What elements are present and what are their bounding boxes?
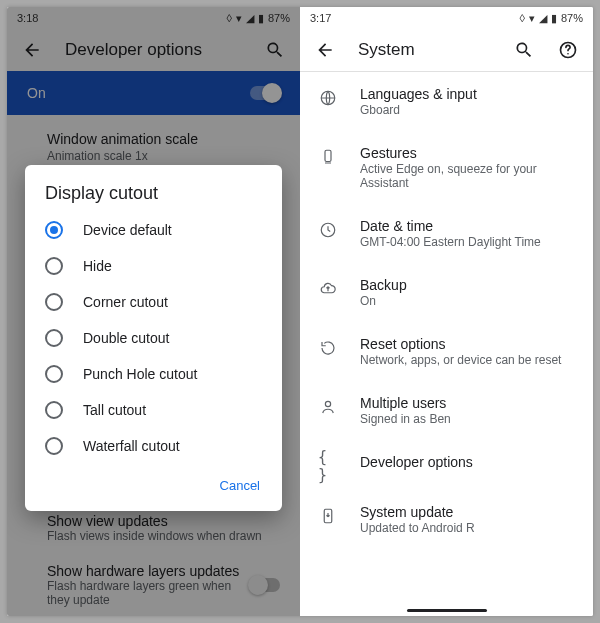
status-bar: 3:17 ◊ ▾ ◢ ▮ 87% (300, 7, 593, 29)
help-icon (558, 40, 578, 60)
item-title: Backup (360, 277, 575, 293)
search-icon (514, 40, 534, 60)
item-body: BackupOn (360, 277, 575, 308)
item-title: Languages & input (360, 86, 575, 102)
system-update-icon (318, 506, 338, 526)
app-bar: System (300, 29, 593, 71)
radio-icon (45, 329, 63, 347)
radio-label: Waterfall cutout (83, 438, 180, 454)
settings-item[interactable]: GesturesActive Edge on, squeeze for your… (300, 131, 593, 204)
svg-rect-3 (325, 150, 331, 161)
radio-option[interactable]: Hide (25, 248, 282, 284)
item-title: Reset options (360, 336, 575, 352)
person-icon (318, 397, 338, 417)
radio-icon (45, 221, 63, 239)
right-screenshot: 3:17 ◊ ▾ ◢ ▮ 87% System Languages & i (300, 7, 593, 616)
item-title: System update (360, 504, 575, 520)
gesture-nav-bar[interactable] (407, 609, 487, 612)
item-body: GesturesActive Edge on, squeeze for your… (360, 145, 575, 190)
item-title: Multiple users (360, 395, 575, 411)
radio-label: Hide (83, 258, 112, 274)
item-body: Reset optionsNetwork, apps, or device ca… (360, 336, 575, 367)
status-icons: ◊ ▾ ◢ ▮ 87% (520, 13, 583, 24)
dialog-title: Display cutout (25, 183, 282, 212)
radio-icon (45, 401, 63, 419)
item-subtitle: Network, apps, or device can be reset (360, 353, 575, 367)
radio-icon (45, 437, 63, 455)
braces-icon: { } (318, 456, 338, 476)
radio-option[interactable]: Device default (25, 212, 282, 248)
item-body: Date & timeGMT-04:00 Eastern Daylight Ti… (360, 218, 575, 249)
radio-option[interactable]: Corner cutout (25, 284, 282, 320)
radio-option[interactable]: Tall cutout (25, 392, 282, 428)
svg-point-1 (567, 53, 569, 55)
item-body: Multiple usersSigned in as Ben (360, 395, 575, 426)
radio-icon (45, 257, 63, 275)
radio-label: Double cutout (83, 330, 169, 346)
settings-item[interactable]: Multiple usersSigned in as Ben (300, 381, 593, 440)
item-subtitle: GMT-04:00 Eastern Daylight Time (360, 235, 575, 249)
radio-label: Punch Hole cutout (83, 366, 197, 382)
radio-label: Tall cutout (83, 402, 146, 418)
clock-icon (318, 220, 338, 240)
reset-icon (318, 338, 338, 358)
system-settings-list: Languages & inputGboardGesturesActive Ed… (300, 72, 593, 549)
settings-item[interactable]: Date & timeGMT-04:00 Eastern Daylight Ti… (300, 204, 593, 263)
battery-icon: ▮ (551, 13, 557, 24)
radio-option[interactable]: Waterfall cutout (25, 428, 282, 464)
item-title: Developer options (360, 454, 575, 470)
settings-item[interactable]: Languages & inputGboard (300, 72, 593, 131)
radio-option[interactable]: Double cutout (25, 320, 282, 356)
item-body: Developer options (360, 454, 575, 470)
radio-label: Corner cutout (83, 294, 168, 310)
back-button[interactable] (314, 39, 336, 61)
item-subtitle: Updated to Android R (360, 521, 575, 535)
search-button[interactable] (513, 39, 535, 61)
radio-option[interactable]: Punch Hole cutout (25, 356, 282, 392)
cloud-upload-icon (318, 279, 338, 299)
help-button[interactable] (557, 39, 579, 61)
radio-icon (45, 365, 63, 383)
page-title: System (358, 40, 491, 60)
svg-point-5 (325, 401, 330, 406)
radio-label: Device default (83, 222, 172, 238)
item-title: Gestures (360, 145, 575, 161)
radio-icon (45, 293, 63, 311)
wifi-icon: ▾ (529, 13, 535, 24)
settings-item[interactable]: Reset optionsNetwork, apps, or device ca… (300, 322, 593, 381)
item-body: System updateUpdated to Android R (360, 504, 575, 535)
arrow-back-icon (315, 40, 335, 60)
gesture-icon (318, 147, 338, 167)
item-title: Date & time (360, 218, 575, 234)
settings-item[interactable]: System updateUpdated to Android R (300, 490, 593, 549)
settings-item[interactable]: { }Developer options (300, 440, 593, 490)
battery-percent: 87% (561, 13, 583, 24)
item-subtitle: Active Edge on, squeeze for your Assista… (360, 162, 575, 190)
left-screenshot: 3:18 ◊ ▾ ◢ ▮ 87% Developer options On (7, 7, 300, 616)
item-subtitle: Signed in as Ben (360, 412, 575, 426)
item-subtitle: Gboard (360, 103, 575, 117)
dnd-icon: ◊ (520, 13, 525, 24)
signal-icon: ◢ (539, 13, 547, 24)
item-body: Languages & inputGboard (360, 86, 575, 117)
status-time: 3:17 (310, 12, 331, 24)
display-cutout-dialog: Display cutout Device defaultHideCorner … (25, 165, 282, 511)
globe-icon (318, 88, 338, 108)
item-subtitle: On (360, 294, 575, 308)
settings-item[interactable]: BackupOn (300, 263, 593, 322)
cancel-button[interactable]: Cancel (210, 470, 270, 501)
